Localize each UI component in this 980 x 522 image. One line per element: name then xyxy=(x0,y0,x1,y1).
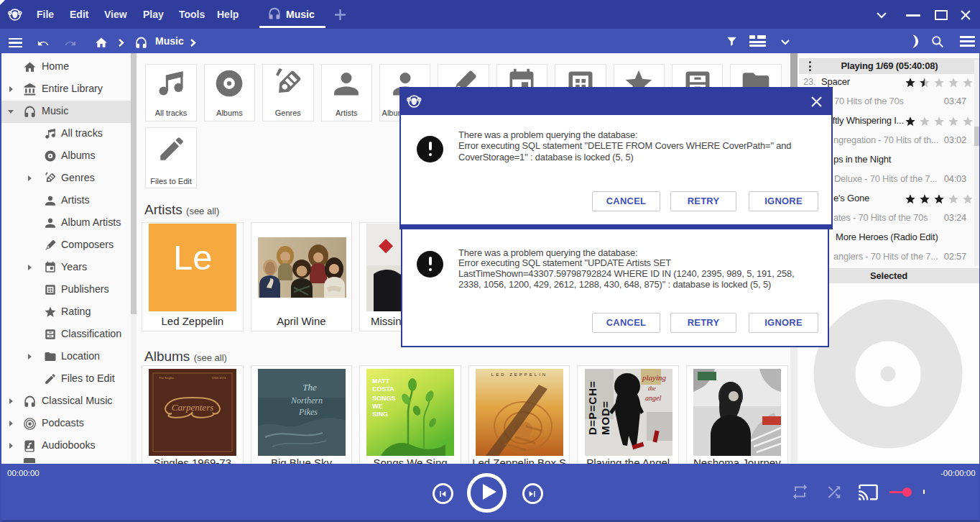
svg-text:MOD=: MOD= xyxy=(599,400,611,435)
svg-text:Pikes: Pikes xyxy=(298,407,318,417)
svg-text:The Singles: The Singles xyxy=(159,376,174,380)
svg-text:The: The xyxy=(302,382,317,393)
svg-text:SONGS: SONGS xyxy=(372,395,396,402)
svg-text:WE: WE xyxy=(372,403,383,410)
svg-text:angel: angel xyxy=(645,394,661,402)
svg-text:Northern: Northern xyxy=(290,395,323,406)
svg-text:the: the xyxy=(648,385,656,392)
svg-text:LED ZEPPELIN: LED ZEPPELIN xyxy=(491,372,547,377)
svg-text:MATT: MATT xyxy=(372,377,390,385)
svg-text:playing: playing xyxy=(642,373,666,382)
svg-text:D=P=CH=: D=P=CH= xyxy=(586,380,598,435)
svg-text:COSTA: COSTA xyxy=(372,385,394,393)
svg-text:1969-1973: 1969-1973 xyxy=(212,376,226,380)
svg-text:Carpenters: Carpenters xyxy=(172,402,214,413)
svg-text:SING: SING xyxy=(372,411,388,418)
